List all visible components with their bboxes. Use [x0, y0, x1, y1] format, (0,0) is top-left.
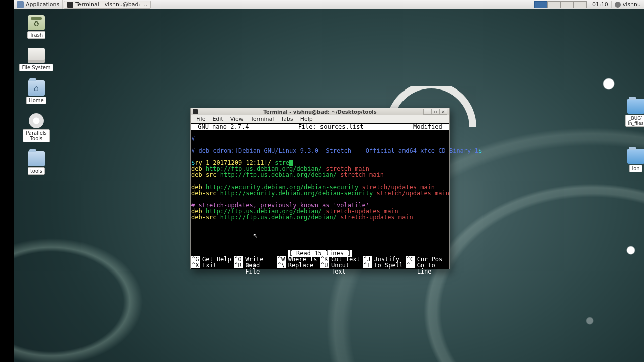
nano-line	[191, 232, 449, 238]
minimize-button[interactable]: –	[423, 109, 431, 115]
filesystem-icon[interactable]: File System	[21, 48, 51, 71]
terminal-window[interactable]: Terminal - vishnu@bad: ~/Desktop/tools –…	[190, 108, 450, 269]
workspace-switcher[interactable]	[534, 1, 587, 8]
shortcut-replace: ^\Replace	[277, 262, 320, 268]
nano-line: # deb cdrom:[Debian GNU/Linux 9.3.0 _Str…	[191, 148, 449, 154]
terminal-content[interactable]: GNU nano 2.7.4 File: sources.list Modifi…	[191, 123, 449, 269]
nano-modified: Modified	[413, 124, 449, 130]
parallels-tools-icon[interactable]: Parallels Tools	[21, 113, 51, 142]
nano-file: File: sources.list	[249, 124, 413, 130]
tools-label: tools	[28, 167, 45, 175]
window-titlebar[interactable]: Terminal - vishnu@bad: ~/Desktop/tools –…	[191, 108, 449, 115]
desktop-icons: Trash File System Home Parallels Tools t…	[21, 15, 51, 175]
left-black-bar	[0, 0, 14, 362]
nano-shortcuts: ^GGet Help ^OWrite Out ^WWhere Is ^KCut …	[191, 256, 449, 268]
workspace-3[interactable]	[560, 1, 574, 8]
menu-edit[interactable]: Edit	[209, 116, 226, 122]
close-button[interactable]: ×	[439, 109, 447, 115]
terminal-menubar: File Edit View Terminal Tabs Help	[191, 115, 449, 123]
shortcut-uncut-text: ^UUncut Text	[320, 262, 363, 268]
nano-line: deb-src http://security.debian.org/debia…	[191, 190, 449, 196]
home-icon[interactable]: Home	[21, 80, 51, 104]
tools-folder-icon[interactable]: tools	[21, 151, 51, 175]
nano-line: deb-src http://ftp.us.debian.org/debian/…	[191, 214, 449, 220]
nano-line: deb-src http://ftp.us.debian.org/debian/…	[191, 172, 449, 178]
nano-line	[191, 130, 449, 136]
right-label-1: _BUG]in_files	[625, 115, 644, 127]
parallels-label: Parallels Tools	[23, 129, 50, 142]
menu-view[interactable]: View	[227, 116, 247, 122]
nano-line	[191, 220, 449, 226]
desktop-icons-right: _BUG]in_files ion	[621, 99, 644, 172]
shortcut-to-spell: ^TTo Spell	[363, 262, 406, 268]
menu-terminal[interactable]: Terminal	[247, 116, 278, 122]
applications-label: Applications	[26, 1, 59, 8]
workspace-2[interactable]	[547, 1, 560, 8]
nano-line	[191, 226, 449, 232]
user-label: vishnu	[623, 1, 641, 8]
trash-label: Trash	[27, 31, 45, 39]
trash-icon[interactable]: Trash	[21, 15, 51, 39]
window-title: Terminal - vishnu@bad: ~/Desktop/tools	[191, 109, 449, 115]
nano-version: GNU nano 2.7.4	[191, 124, 249, 130]
maximize-button[interactable]: ▫	[431, 109, 439, 115]
filesystem-label: File System	[19, 64, 53, 71]
shortcut-exit: ^XExit	[191, 262, 234, 268]
taskbar-terminal[interactable]: Terminal - vishnu@bad: ...	[64, 1, 151, 9]
xfce-panel: Applications Terminal - vishnu@bad: ... …	[14, 0, 644, 9]
menu-file[interactable]: File	[193, 116, 209, 122]
user-menu[interactable]: vishnu	[612, 1, 644, 8]
clock[interactable]: 01:10	[589, 1, 612, 8]
menu-tabs[interactable]: Tabs	[277, 116, 296, 122]
nano-header: GNU nano 2.7.4 File: sources.list Modifi…	[191, 124, 449, 130]
right-folder-1[interactable]: _BUG]in_files	[621, 99, 644, 127]
home-label: Home	[26, 97, 46, 104]
applications-menu[interactable]: Applications	[14, 0, 63, 9]
right-folder-2[interactable]: ion	[621, 149, 644, 172]
shortcut-go-to-line: ^_Go To Line	[406, 262, 449, 268]
shortcut-read-file: ^RRead File	[234, 262, 277, 268]
right-label-2: ion	[629, 165, 642, 172]
nano-line	[191, 238, 449, 244]
nano-line: #	[191, 136, 449, 142]
workspace-4[interactable]	[574, 1, 587, 8]
workspace-1[interactable]	[534, 1, 547, 8]
menu-help[interactable]: Help	[297, 116, 316, 122]
taskbar-label: Terminal - vishnu@bad: ...	[75, 1, 147, 8]
